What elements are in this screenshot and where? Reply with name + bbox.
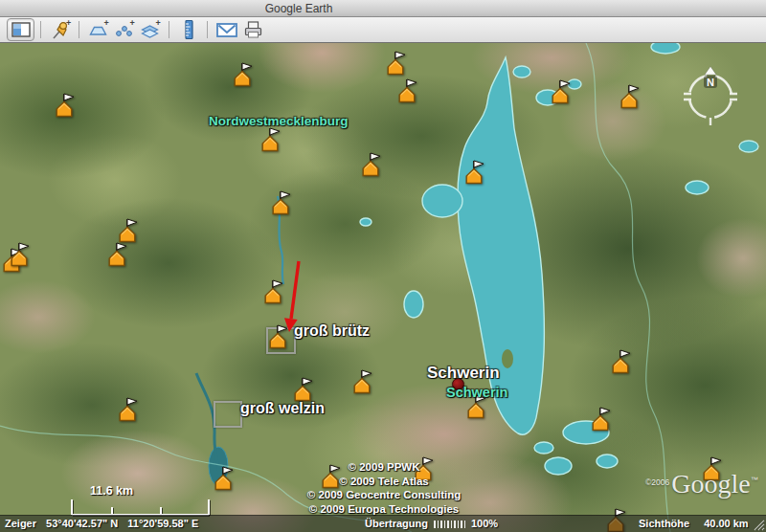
label-gross-bruetz: groß brütz [294,322,370,340]
google-earth-window: Google Earth + + [0,0,766,532]
window-title: Google Earth [265,2,333,15]
altitude-label: Sichthöhe [639,518,689,529]
progress-tick [447,521,449,528]
pointer-label: Zeiger [5,518,36,529]
printer-icon [241,18,264,41]
add-placemark-button[interactable]: + [47,19,73,40]
map-copyright: © 2009 PPWK© 2009 Tele Atlas© 2009 Geoce… [307,460,462,516]
polygon-add-icon: + [87,18,110,41]
toolbar-separator [169,21,169,38]
placemark-icon[interactable] [262,277,283,304]
progress-tick [464,521,466,528]
email-icon [214,18,239,41]
placemark-icon[interactable] [590,405,611,432]
placemark-icon[interactable] [117,395,138,422]
placemark-icon[interactable] [351,367,372,394]
add-path-button[interactable]: + [111,19,137,40]
sidebar-panel-icon [11,21,32,38]
placemark-icon[interactable] [463,158,484,185]
placemark-icon[interactable] [54,91,75,118]
svg-text:+: + [66,18,71,28]
placemark-icon[interactable] [106,240,127,267]
placemark-icon[interactable] [117,216,138,243]
pointer-latitude: 53°40'42.57" N [46,518,118,529]
compass-north-label: N [707,77,714,88]
label-schwerin-city: Schwerin [427,364,500,383]
toolbar-separator [79,21,79,38]
logo-copyright: ©2006 [645,477,669,487]
google-logo: ©2006 Google ™ [645,471,758,497]
progress-tick [438,521,439,528]
placemark-icon[interactable] [385,49,406,76]
placemark-icon[interactable] [550,78,571,104]
pushpin-add-icon: + [49,18,72,41]
placemark-icon[interactable] [232,60,253,87]
placemark-icon[interactable] [9,240,30,267]
satellite-imagery [0,43,766,532]
pointer-longitude: 11°20'59.58" E [127,518,198,529]
progress-tick [458,521,460,528]
streaming-status: Übertragung 100% [365,518,498,529]
label-schwerin-region: Schwerin [446,385,507,400]
placemark-icon[interactable] [619,82,640,109]
logo-trademark: ™ [751,476,758,484]
progress-tick [451,521,453,528]
placemark-icon[interactable] [292,375,313,402]
image-overlay-add-icon: + [139,18,162,41]
map-view[interactable]: ▸▸ N 11.6 km © 2009 PPWK© 2009 Tele Atla… [0,43,766,532]
altitude-value: 40.00 km [704,518,748,529]
label-nordwestmecklenburg: Nordwestmecklenburg [209,114,349,128]
copyright-line: © 2009 PPWK [307,460,462,475]
streaming-progress [434,521,465,528]
placemark-icon[interactable] [270,188,291,215]
placemark-icon[interactable] [259,125,281,152]
svg-text:+: + [103,18,108,28]
email-button[interactable] [214,19,239,40]
sidebar-panel-toggle-button[interactable] [7,18,34,41]
progress-tick [444,521,446,528]
status-bar: Zeiger 53°40'42.57" N 11°20'59.58" E Übe… [0,515,766,532]
eye-altitude: Sichthöhe 40.00 km [639,518,749,529]
compass[interactable]: N [680,65,741,126]
resize-grip[interactable] [753,519,765,531]
add-polygon-button[interactable]: + [85,19,111,40]
copyright-line: © 2009 Geocentre Consulting [307,488,462,502]
path-add-icon: + [113,18,136,41]
ruler-icon [177,18,200,41]
placemark-icon[interactable] [267,322,288,349]
ruler-button[interactable] [175,19,201,40]
progress-tick [454,521,456,528]
toolbar-separator [40,21,41,38]
title-bar[interactable]: Google Earth [0,0,766,17]
streaming-label: Übertragung [365,518,428,529]
add-image-overlay-button[interactable]: + [137,19,163,40]
pointer-coordinates: Zeiger 53°40'42.57" N 11°20'59.58" E [5,518,198,529]
toolbar: + + + + [0,17,766,43]
progress-tick [461,521,462,528]
progress-tick [434,521,436,528]
logo-brand: Google [671,471,750,497]
placemark-icon[interactable] [396,77,417,103]
label-gross-welzin: groß welzin [240,400,325,417]
svg-text:+: + [155,18,160,28]
streaming-percent: 100% [471,518,498,529]
placemark-icon[interactable] [610,347,631,374]
print-button[interactable] [239,19,265,40]
selection-box[interactable] [214,401,242,428]
copyright-line: © 2009 Tele Atlas [307,475,462,489]
placemark-icon[interactable] [360,150,381,177]
toolbar-separator [207,21,208,38]
svg-text:+: + [129,18,134,28]
progress-tick [440,521,442,528]
